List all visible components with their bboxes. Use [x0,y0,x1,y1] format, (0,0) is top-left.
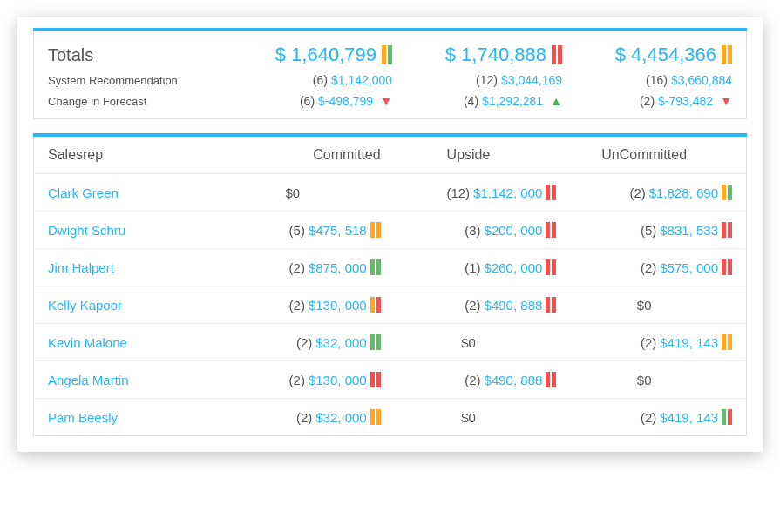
totals-committed: $ 1,640,799 [229,44,392,66]
table-cell: (5)$831, 533 [556,222,732,238]
trend-icon: ▼ [720,94,732,108]
status-bars-icon [370,334,381,350]
status-bars-icon [546,222,556,238]
bar-icon [546,297,550,313]
count-badge: (2) [640,94,655,108]
header-salesrep: Salesrep [48,147,205,163]
count-badge: (2) [289,260,305,275]
cell-value-link[interactable]: $490, 888 [485,298,543,313]
cell-value-link[interactable]: $875, 000 [309,260,367,275]
sysrec-value[interactable]: $3,660,884 [671,73,732,87]
table-row: Clark Green$0(12)$1,142, 000(2)$1,828, 6… [34,174,746,212]
change-value[interactable]: $-793,482 [658,94,713,108]
bar-icon [370,222,375,238]
cell-value-link[interactable]: $32, 000 [315,410,366,425]
cell-value-link[interactable]: $200, 000 [485,223,543,238]
change-committed: (6) $-498,799 ▼ [229,94,392,108]
table-cell: (1)$260, 000 [381,259,557,275]
status-bars-icon [370,409,381,425]
table-cell: $0 [381,410,557,425]
change-in-forecast-row: Change in Forecast (6) $-498,799 ▼ (4) $… [48,94,732,108]
table-cell: (2)$575, 000 [556,259,732,275]
bar-icon [728,45,732,64]
table-cell: $0 [556,298,732,313]
status-bars-icon [722,259,732,275]
change-value[interactable]: $-498,799 [318,94,373,108]
cell-value-link[interactable]: $831, 533 [660,223,718,238]
table-cell: (3)$200, 000 [381,222,557,238]
bar-icon [546,185,550,200]
status-bars-icon [722,409,732,425]
status-bars-icon [546,372,556,387]
cell-value-link[interactable]: $575, 000 [660,260,718,275]
table-cell: $0 [556,373,732,387]
totals-uncommitted: $ 4,454,366 [569,44,732,66]
bar-icon [388,45,392,64]
bar-icon [546,259,550,275]
bar-icon [370,409,375,425]
change-value[interactable]: $1,292,281 [482,94,543,108]
status-bars-icon [722,185,732,200]
salesrep-name-link[interactable]: Kevin Malone [48,335,205,350]
bar-icon [722,45,726,64]
totals-uncommitted-amount[interactable]: $ 4,454,366 [615,44,716,66]
bar-icon [728,185,732,200]
header-upside: Upside [381,147,557,163]
cell-value-link[interactable]: $32, 000 [315,335,366,350]
change-uncommitted: (2) $-793,482 ▼ [569,94,732,108]
cell-value-link[interactable]: $419, 143 [660,335,718,350]
bar-icon [370,334,375,350]
status-bars-icon [370,372,381,387]
sysrec-value[interactable]: $1,142,000 [331,73,392,87]
salesrep-table: Salesrep Committed Upside UnCommitted Cl… [33,137,747,436]
table-cell: (2)$419, 143 [556,409,732,425]
table-cell: (2)$1,828, 690 [556,185,732,200]
table-row: Jim Halpert(2)$875, 000(1)$260, 000(2)$5… [34,249,746,286]
bar-icon [546,372,550,387]
totals-upside-amount[interactable]: $ 1,740,888 [445,44,546,66]
bar-icon [728,259,732,275]
bar-icon [370,372,375,387]
sysrec-value[interactable]: $3,044,169 [501,73,562,87]
totals-committed-amount[interactable]: $ 1,640,799 [275,44,376,66]
totals-title: Totals [48,45,222,65]
salesrep-name-link[interactable]: Dwight Schru [48,223,205,238]
sysrec-committed: (6) $1,142,000 [229,73,392,87]
cell-value-link[interactable]: $1,828, 690 [649,185,718,200]
cell-plain-value: $0 [461,335,476,350]
cell-value-link[interactable]: $490, 888 [485,373,543,387]
change-upside: (4) $1,292,281 ▲ [399,94,562,108]
cell-value-link[interactable]: $130, 000 [309,298,367,313]
cell-value-link[interactable]: $419, 143 [660,410,718,425]
count-badge: (4) [464,94,478,108]
bar-icon [370,259,375,275]
cell-plain-value: $0 [637,298,652,313]
salesrep-name-link[interactable]: Jim Halpert [48,260,205,275]
header-committed: Committed [205,147,381,163]
salesrep-name-link[interactable]: Kelly Kapoor [48,298,205,313]
salesrep-name-link[interactable]: Pam Beesly [48,410,205,425]
bar-icon [382,45,386,64]
salesrep-name-link[interactable]: Angela Martin [48,373,205,387]
table-cell: (2)$490, 888 [381,372,557,387]
salesrep-name-link[interactable]: Clark Green [48,185,205,200]
status-bars-icon [546,185,556,200]
cell-plain-value: $0 [285,185,300,200]
bar-icon [728,409,732,425]
system-recommendation-label: System Recommendation [48,74,222,87]
system-recommendation-row: System Recommendation (6) $1,142,000 (12… [48,73,732,87]
cell-plain-value: $0 [637,373,652,387]
bar-icon [552,45,556,64]
count-badge: (2) [289,298,305,313]
bar-icon [722,409,726,425]
forecast-card: Totals $ 1,640,799 $ 1,740,888 $ 4,454,3… [17,17,763,452]
count-badge: (2) [296,335,312,350]
count-badge: (2) [465,373,480,387]
cell-value-link[interactable]: $260, 000 [485,260,543,275]
status-bars-icon [546,297,556,313]
count-badge: (2) [629,185,645,200]
table-cell: (12)$1,142, 000 [381,185,557,200]
cell-value-link[interactable]: $475, 518 [309,223,367,238]
cell-value-link[interactable]: $130, 000 [309,373,367,387]
cell-value-link[interactable]: $1,142, 000 [473,185,542,200]
